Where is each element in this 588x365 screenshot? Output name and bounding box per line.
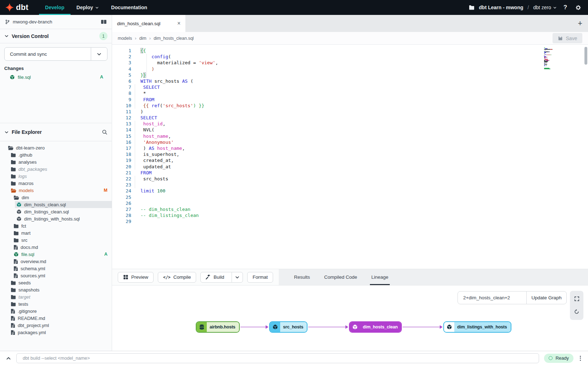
tab-compiled-code[interactable]: Compiled Code: [318, 269, 363, 285]
lineage-node-label: dim_listings_with_hosts: [454, 322, 511, 332]
nav-develop[interactable]: Develop: [39, 0, 70, 15]
tree-item-models[interactable]: modelsM: [9, 187, 112, 194]
tree-item-dbt-packages[interactable]: dbt_packages: [9, 165, 112, 173]
tree-item-target[interactable]: target: [9, 293, 112, 300]
save-button[interactable]: Save: [553, 33, 582, 43]
code-line-5[interactable]: 5}}: [112, 72, 588, 78]
close-icon[interactable]: ×: [177, 21, 181, 26]
settings-gear-button[interactable]: [574, 3, 582, 12]
changed-file-row[interactable]: file.sql A: [4, 73, 107, 81]
tree-item-src[interactable]: src: [12, 236, 112, 244]
tree-item-mart[interactable]: mart: [12, 229, 112, 236]
tree-item-overview-md[interactable]: overview.md: [12, 258, 112, 265]
tree-item-file-sql[interactable]: file.sqlA: [12, 251, 112, 258]
tree-item-fct[interactable]: fct: [12, 222, 112, 229]
compile-button[interactable]: </> Compile: [158, 272, 196, 283]
file-explorer-header[interactable]: File Explorer: [0, 123, 112, 141]
editor-scrollbar[interactable]: [584, 47, 587, 65]
code-line-9[interactable]: 9 FROM: [112, 97, 588, 103]
folder-icon: [13, 224, 19, 228]
tree-item-dim[interactable]: dim: [12, 194, 112, 201]
code-line-24[interactable]: 24limit 100: [112, 188, 588, 194]
tree-item--github[interactable]: .github: [9, 151, 112, 158]
code-line-29[interactable]: 29: [112, 218, 588, 224]
code-line-25[interactable]: 25: [112, 194, 588, 200]
tree-item-analyses[interactable]: analyses: [9, 158, 112, 165]
breadcrumb-models[interactable]: models: [118, 36, 132, 41]
code-line-2[interactable]: 2 config(: [112, 54, 588, 60]
kebab-menu[interactable]: [578, 356, 582, 361]
tree-item-tests[interactable]: tests: [9, 300, 112, 307]
code-line-13[interactable]: 13 host_id,: [112, 121, 588, 127]
minimap[interactable]: [544, 48, 582, 70]
code-line-22[interactable]: 22 src_hosts: [112, 176, 588, 182]
code-editor[interactable]: 1{{2 config(3 materialized = 'view',4 )5…: [112, 45, 588, 269]
command-input[interactable]: [16, 353, 539, 363]
nav-documentation[interactable]: Documentation: [105, 0, 153, 15]
code-line-17[interactable]: 17 ) AS host_name,: [112, 145, 588, 151]
build-button[interactable]: Build: [200, 272, 243, 283]
commit-dropdown-button[interactable]: [91, 48, 107, 60]
lineage-node-src-hosts[interactable]: src_hosts: [269, 321, 307, 333]
code-line-10[interactable]: 10 {{ ref('src_hosts') }}: [112, 103, 588, 109]
lineage-node-airbnb-hosts[interactable]: airbnb.hosts: [196, 321, 240, 333]
lineage-node-dim-listings-with-hosts[interactable]: dim_listings_with_hosts: [443, 321, 511, 333]
code-line-23[interactable]: 23: [112, 182, 588, 188]
tree-item-dbt-project-yml[interactable]: dbt_project.yml: [9, 322, 112, 329]
split-view-icon[interactable]: [101, 20, 107, 24]
code-line-26[interactable]: 26: [112, 200, 588, 206]
preview-button[interactable]: Preview: [118, 272, 154, 283]
file-search-button[interactable]: [102, 129, 107, 135]
code-line-16[interactable]: 16 'Anonymous': [112, 139, 588, 145]
code-line-11[interactable]: 11): [112, 109, 588, 115]
code-line-18[interactable]: 18 is_superhost,: [112, 151, 588, 157]
folder-icon: [11, 167, 16, 171]
code-line-7[interactable]: 7 SELECT: [112, 84, 588, 90]
tree-item-snapshots[interactable]: snapshots: [9, 286, 112, 293]
tree-item-schema-yml[interactable]: schema.yml: [12, 265, 112, 272]
commit-and-sync-button[interactable]: Commit and sync: [4, 47, 107, 61]
code-line-8[interactable]: 8 *: [112, 90, 588, 96]
code-line-21[interactable]: 21FROM: [112, 170, 588, 176]
code-line-27[interactable]: 27-- dim_hosts_clean: [112, 206, 588, 212]
help-button[interactable]: ?: [561, 3, 570, 12]
environment-selector[interactable]: dbt zero: [533, 5, 557, 10]
code-line-1[interactable]: 1{{: [112, 48, 588, 54]
code-line-12[interactable]: 12SELECT: [112, 115, 588, 121]
code-line-19[interactable]: 19 created_at,: [112, 157, 588, 163]
code-line-28[interactable]: 28-- dim_listings_clean: [112, 212, 588, 218]
tree-item--gitignore[interactable]: .gitignore: [9, 307, 112, 315]
code-line-3[interactable]: 3 materialized = 'view',: [112, 60, 588, 66]
new-tab-button[interactable]: +: [578, 20, 582, 27]
editor-tab[interactable]: dim_hosts_clean.sql ×: [112, 15, 186, 32]
tree-item-dim-listings-with-hosts-sql[interactable]: dim_listings_with_hosts.sql: [15, 215, 112, 222]
tree-item-docs-md[interactable]: docs.md: [12, 244, 112, 251]
lineage-node-dim-hosts-clean[interactable]: dim_hosts_clean: [349, 321, 402, 333]
tab-results[interactable]: Results: [288, 269, 316, 285]
tree-item-macros[interactable]: macros: [9, 180, 112, 187]
format-button[interactable]: Format: [247, 272, 273, 283]
chevron-up-icon[interactable]: [6, 355, 11, 361]
code-line-20[interactable]: 20 updated_at: [112, 164, 588, 170]
tree-item-dim-listings-clean-sql[interactable]: dim_listings_clean.sql: [15, 208, 112, 215]
nav-deploy[interactable]: Deploy: [71, 0, 105, 15]
build-dropdown-button[interactable]: [232, 272, 243, 282]
code-line-4[interactable]: 4 ): [112, 66, 588, 72]
tree-item-seeds[interactable]: seeds: [9, 279, 112, 286]
tree-item-readme-md[interactable]: README.md: [9, 315, 112, 322]
code-line-6[interactable]: 6WITH src_hosts AS (: [112, 78, 588, 84]
dbt-logo[interactable]: dbt: [5, 0, 28, 15]
tree-item-dbt-learn-zero[interactable]: dbt-learn-zero: [6, 144, 112, 151]
code-line-15[interactable]: 15 host_name,: [112, 133, 588, 139]
breadcrumb-file[interactable]: dim_hosts_clean.sql: [154, 36, 194, 41]
breadcrumb-dim[interactable]: dim: [139, 36, 146, 41]
indent-guide: [146, 54, 147, 72]
version-control-header[interactable]: Version Control 1: [0, 29, 112, 43]
tab-lineage[interactable]: Lineage: [365, 269, 394, 285]
tree-item-logs[interactable]: logs: [9, 173, 112, 180]
code-line-14[interactable]: 14 NVL(: [112, 127, 588, 133]
lineage-graph[interactable]: airbnb.hostssrc_hostsdim_hosts_cleandim_…: [112, 285, 588, 351]
tree-item-packages-yml[interactable]: packages.yml: [9, 329, 112, 336]
tree-item-sources-yml[interactable]: sources.yml: [12, 272, 112, 279]
tree-item-dim-hosts-clean-sql[interactable]: dim_hosts_clean.sql: [15, 201, 112, 208]
